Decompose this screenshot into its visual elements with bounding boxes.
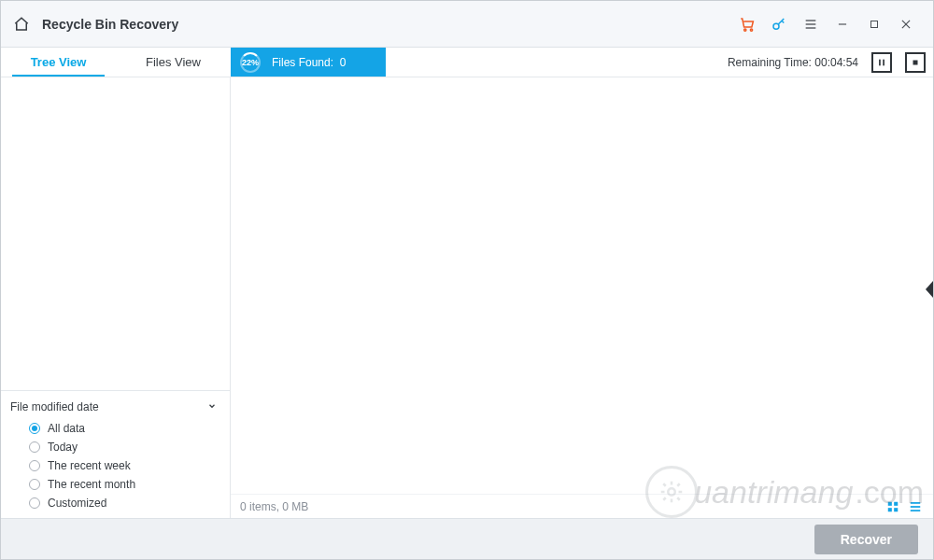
remaining-time-block: Remaining Time: 00:04:54: [720, 48, 933, 77]
filter-option-today[interactable]: Today: [10, 438, 220, 456]
progress-percent: 22%: [242, 58, 259, 67]
list-view-icon[interactable]: [907, 500, 924, 513]
cart-icon[interactable]: [731, 10, 763, 38]
close-button[interactable]: [890, 10, 922, 38]
svg-rect-7: [871, 21, 878, 27]
tab-tree-view[interactable]: Tree View: [1, 48, 116, 77]
maximize-button[interactable]: [858, 10, 890, 38]
radio-icon: [29, 479, 40, 490]
svg-point-1: [750, 28, 752, 30]
app-title: Recycle Bin Recovery: [42, 17, 178, 32]
home-icon[interactable]: [12, 15, 31, 34]
remaining-time-text: Remaining Time: 00:04:54: [728, 56, 858, 69]
radio-icon: [29, 497, 40, 509]
content-area: 0 items, 0 MB: [231, 77, 933, 518]
filter-header[interactable]: File modified date: [10, 397, 220, 419]
collapse-handle-icon[interactable]: [926, 281, 933, 298]
filter-option-all-data[interactable]: All data: [10, 419, 220, 438]
chevron-down-icon: [207, 400, 217, 413]
minimize-button[interactable]: [827, 10, 858, 38]
key-icon[interactable]: [763, 10, 795, 38]
action-bar: Recover: [1, 518, 933, 559]
filter-header-label: File modified date: [10, 400, 99, 413]
svg-point-2: [773, 23, 779, 29]
tab-files-view[interactable]: Files View: [116, 48, 231, 77]
svg-rect-15: [888, 508, 892, 511]
svg-rect-11: [883, 59, 884, 65]
files-found-text: Files Found: 0: [272, 56, 346, 69]
filter-option-label: All data: [48, 422, 85, 435]
filter-option-customized[interactable]: Customized: [10, 494, 220, 512]
stop-button[interactable]: [905, 52, 926, 73]
radio-icon: [29, 423, 40, 434]
svg-point-0: [744, 28, 746, 30]
scan-progress: 22% Files Found: 0: [231, 48, 386, 77]
radio-icon: [29, 460, 40, 471]
tree-pane: [1, 77, 230, 390]
recover-button-label: Recover: [841, 532, 892, 547]
app-window: Recycle Bin Recovery Tree View Files Vie…: [0, 0, 934, 560]
filter-option-recent-week[interactable]: The recent week: [10, 456, 220, 475]
pause-button[interactable]: [871, 52, 892, 73]
filter-section: File modified date All data Today The re…: [1, 390, 230, 518]
grid-view-icon[interactable]: [884, 500, 901, 513]
svg-rect-12: [913, 60, 918, 64]
items-summary: 0 items, 0 MB: [240, 500, 308, 513]
menu-icon[interactable]: [795, 10, 827, 38]
recover-button[interactable]: Recover: [814, 525, 918, 554]
filter-option-label: The recent week: [48, 459, 131, 472]
title-bar: Recycle Bin Recovery: [1, 1, 933, 48]
tab-tree-label: Tree View: [31, 55, 87, 69]
main-area: File modified date All data Today The re…: [1, 77, 933, 518]
svg-rect-16: [894, 508, 898, 511]
tab-files-label: Files View: [146, 55, 201, 69]
svg-marker-20: [926, 281, 933, 298]
filter-option-recent-month[interactable]: The recent month: [10, 475, 220, 494]
filter-option-label: The recent month: [48, 478, 135, 491]
filter-option-label: Customized: [48, 497, 106, 510]
view-switch: [884, 500, 924, 513]
view-tabs: Tree View Files View: [1, 48, 231, 77]
status-strip: Tree View Files View 22% Files Found: 0 …: [1, 48, 933, 77]
radio-icon: [29, 441, 40, 453]
filter-option-label: Today: [48, 441, 78, 454]
content-footer: 0 items, 0 MB: [231, 494, 933, 518]
svg-rect-13: [888, 501, 892, 505]
progress-spinner-icon: 22%: [240, 52, 261, 73]
results-pane: [231, 77, 933, 494]
svg-rect-14: [894, 501, 898, 505]
sidebar: File modified date All data Today The re…: [1, 77, 231, 518]
svg-rect-10: [879, 59, 881, 65]
